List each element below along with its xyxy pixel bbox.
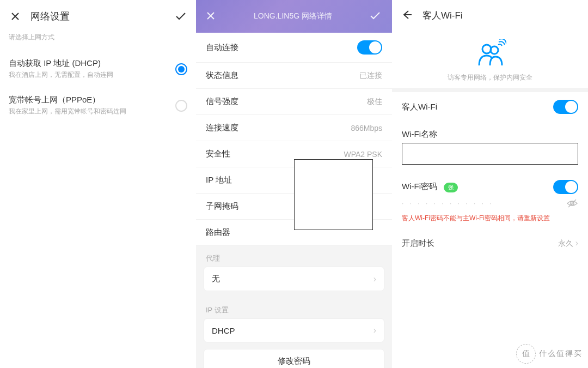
watermark-logo: 值 bbox=[516, 344, 536, 364]
change-password-button[interactable]: 修改密码 bbox=[204, 349, 384, 368]
check-icon[interactable] bbox=[174, 10, 187, 23]
wifi-name-label-row: Wi-Fi名称 bbox=[392, 122, 588, 143]
option-desc: 我在家里上网，需用宽带帐号和密码连网 bbox=[9, 107, 175, 116]
redacted-area bbox=[294, 159, 373, 230]
guest-wifi-toggle-row: 客人Wi-Fi bbox=[392, 92, 588, 122]
row-auto-connect: 自动连接 bbox=[196, 33, 392, 63]
option-title: 自动获取 IP 地址 (DHCP) bbox=[9, 58, 175, 69]
radio-icon[interactable] bbox=[175, 63, 187, 75]
ip-setting-label: IP 设置 bbox=[196, 298, 392, 318]
close-icon[interactable] bbox=[9, 10, 22, 23]
eye-off-icon[interactable] bbox=[566, 197, 578, 209]
option-desc: 我在酒店上网，无需配置，自动连网 bbox=[9, 70, 175, 80]
chevron-right-icon: › bbox=[575, 238, 578, 248]
subtitle: 请选择上网方式 bbox=[0, 33, 196, 51]
toggle[interactable] bbox=[553, 180, 578, 194]
page-title: 网络设置 bbox=[30, 10, 174, 23]
toggle[interactable] bbox=[553, 100, 578, 114]
page-title: 客人Wi-Fi bbox=[422, 9, 463, 22]
option-pppoe[interactable]: 宽带帐号上网（PPPoE） 我在家里上网，需用宽带帐号和密码连网 bbox=[0, 87, 196, 124]
page-title: LONG.LIN5G 网络详情 bbox=[217, 11, 369, 21]
pane3-header: 客人Wi-Fi bbox=[392, 0, 588, 31]
option-title: 宽带帐号上网（PPPoE） bbox=[9, 95, 175, 105]
chevron-right-icon: › bbox=[373, 274, 376, 284]
row-speed: 连接速度 866Mbps bbox=[196, 115, 392, 141]
toggle[interactable] bbox=[357, 40, 382, 55]
row-signal: 信号强度 极佳 bbox=[196, 89, 392, 115]
password-masked[interactable]: · · · · · · · · · · · · bbox=[392, 197, 588, 212]
proxy-label: 代理 bbox=[196, 246, 392, 267]
wifi-name-input[interactable] bbox=[402, 143, 578, 165]
chevron-right-icon: › bbox=[373, 325, 376, 335]
watermark-text: 什么值得买 bbox=[539, 349, 583, 359]
divider bbox=[392, 88, 588, 92]
watermark: 值 什么值得买 bbox=[516, 344, 583, 364]
strength-badge: 强 bbox=[444, 183, 458, 192]
pane1-header: 网络设置 bbox=[0, 0, 196, 33]
svg-point-0 bbox=[482, 45, 491, 53]
wifi-pwd-label-row: Wi-Fi密码 强 bbox=[392, 172, 588, 197]
radio-icon[interactable] bbox=[175, 100, 187, 112]
back-icon[interactable] bbox=[401, 9, 414, 22]
option-dhcp[interactable]: 自动获取 IP 地址 (DHCP) 我在酒店上网，无需配置，自动连网 bbox=[0, 51, 196, 87]
pane2-header: LONG.LIN5G 网络详情 bbox=[196, 0, 392, 33]
guest-wifi-icon bbox=[474, 39, 506, 67]
proxy-select[interactable]: 无 › bbox=[204, 267, 384, 291]
check-icon[interactable] bbox=[369, 10, 382, 23]
close-icon[interactable] bbox=[206, 11, 217, 22]
row-status: 状态信息 已连接 bbox=[196, 63, 392, 89]
ip-select[interactable]: DHCP › bbox=[204, 318, 384, 342]
duration-row[interactable]: 开启时长 永久 › bbox=[392, 231, 588, 256]
hero-text: 访客专用网络，保护内网安全 bbox=[392, 73, 588, 82]
hero: 访客专用网络，保护内网安全 bbox=[392, 31, 588, 88]
error-text: 客人Wi-Fi密码不能与主Wi-Fi密码相同，请重新设置 bbox=[392, 212, 588, 231]
